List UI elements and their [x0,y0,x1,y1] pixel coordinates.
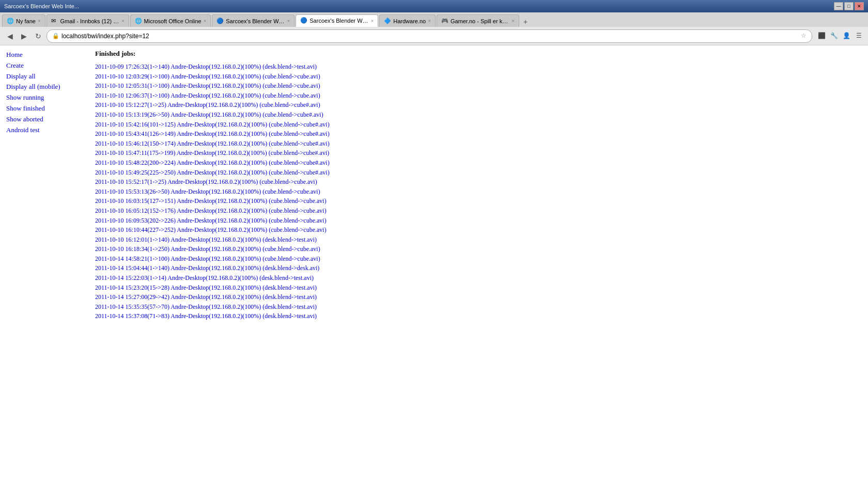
minimize-button[interactable]: — [834,2,843,10]
sidebar-link-display-all[interactable]: Display all [6,71,89,82]
tab-label: Gamer.no - Spill er kultur [451,18,509,24]
job-link-4[interactable]: 2011-10-10 15:12:27(1->25) Andre-Desktop… [95,100,862,110]
window-title-label: Sarcoex's Blender Web Inte... [4,3,79,9]
stop-icon[interactable]: ⬛ [816,31,827,41]
tab-tab2[interactable]: ✉Gmail - Innboks (12) - and...× [47,14,129,27]
page-content: HomeCreateDisplay allDisplay all (mobile… [0,45,868,502]
address-bar-icons: ☆ [801,32,807,40]
user-icon[interactable]: 👤 [841,31,851,41]
forward-button[interactable]: ▶ [18,31,30,41]
maximize-button[interactable]: □ [844,2,854,10]
tab-close-icon[interactable]: × [121,18,125,24]
tab-favicon: 🌐 [135,18,142,25]
job-link-19[interactable]: 2011-10-10 16:18:34(1->250) Andre-Deskto… [95,244,862,254]
job-link-15[interactable]: 2011-10-10 16:05:12(152->176) Andre-Desk… [95,206,862,216]
main-content: Finished jobs: 2011-10-09 17:26:32(1->14… [89,50,862,498]
lock-icon: 🔒 [52,33,59,39]
tab-tab7[interactable]: 🎮Gamer.no - Spill er kultur× [437,14,519,27]
job-link-8[interactable]: 2011-10-10 15:46:12(150->174) Andre-Desk… [95,139,862,149]
job-link-11[interactable]: 2011-10-10 15:49:25(225->250) Andre-Desk… [95,168,862,178]
tab-label: Sarcoex's Blender Web Inte... [309,18,368,24]
tab-tab6[interactable]: 🔷Hardware.no× [379,14,436,27]
job-link-9[interactable]: 2011-10-10 15:47:11(175->199) Andre-Desk… [95,148,862,158]
sidebar-link-create[interactable]: Create [6,60,89,71]
window-title-bar: Sarcoex's Blender Web Inte... — □ ✕ [0,0,868,12]
job-link-21[interactable]: 2011-10-14 15:04:44(1->140) Andre-Deskto… [95,263,862,273]
tab-close-icon[interactable]: × [287,18,290,24]
job-link-17[interactable]: 2011-10-10 16:10:44(227->252) Andre-Desk… [95,225,862,235]
job-link-14[interactable]: 2011-10-10 16:03:15(127->151) Andre-Desk… [95,196,862,206]
reload-button[interactable]: ↻ [32,31,44,41]
job-link-1[interactable]: 2011-10-10 12:03:29(1->100) Andre-Deskto… [95,72,862,82]
star-icon[interactable]: ☆ [801,32,807,40]
tab-label: Ny fane [16,18,36,24]
address-bar: 🔒 ☆ [47,29,812,43]
job-link-6[interactable]: 2011-10-10 15:42:16(101->125) Andre-Desk… [95,120,862,130]
sidebar-link-show-aborted[interactable]: Show aborted [6,114,89,125]
job-link-20[interactable]: 2011-10-14 14:58:21(1->100) Andre-Deskto… [95,254,862,264]
tab-favicon: 🎮 [441,18,448,25]
job-link-12[interactable]: 2011-10-10 15:52:17(1->25) Andre-Desktop… [95,177,862,187]
sidebar-link-android-test[interactable]: Android test [6,125,89,136]
window-controls: — □ ✕ [834,2,864,10]
job-link-23[interactable]: 2011-10-14 15:23:20(15->28) Andre-Deskto… [95,283,862,293]
job-link-26[interactable]: 2011-10-14 15:37:08(71->83) Andre-Deskto… [95,311,862,321]
tab-favicon: 🔵 [216,18,224,25]
job-link-22[interactable]: 2011-10-14 15:22:03(1->14) Andre-Desktop… [95,273,862,283]
tab-close-icon[interactable]: × [428,18,431,24]
sidebar: HomeCreateDisplay allDisplay all (mobile… [6,50,89,498]
sidebar-link-show-finished[interactable]: Show finished [6,103,89,114]
tab-favicon: ✉ [51,18,58,25]
tab-tab5[interactable]: 🔵Sarcoex's Blender Web Inte...× [296,14,378,27]
tab-tab1[interactable]: 🌐Ny fane× [2,14,45,27]
tab-tab3[interactable]: 🌐Microsoft Office Online× [130,14,211,27]
job-link-0[interactable]: 2011-10-09 17:26:32(1->140) Andre-Deskto… [95,62,862,72]
job-link-2[interactable]: 2011-10-10 12:05:31(1->100) Andre-Deskto… [95,81,862,91]
job-link-18[interactable]: 2011-10-10 16:12:01(1->140) Andre-Deskto… [95,235,862,245]
job-link-5[interactable]: 2011-10-10 15:13:19(26->50) Andre-Deskto… [95,110,862,120]
new-tab-button[interactable]: + [520,17,531,27]
tab-tab4[interactable]: 🔵Sarcoex's Blender Web Inte...× [212,14,295,27]
job-link-24[interactable]: 2011-10-14 15:27:00(29->42) Andre-Deskto… [95,292,862,302]
tab-favicon: 🔷 [384,18,391,25]
tab-close-icon[interactable]: × [512,18,515,24]
jobs-list: 2011-10-09 17:26:32(1->140) Andre-Deskto… [95,62,862,321]
tab-favicon: 🔵 [300,17,307,24]
sidebar-link-display-all-mobile[interactable]: Display all (mobile) [6,82,89,92]
tabs-bar: 🌐Ny fane×✉Gmail - Innboks (12) - and...×… [0,12,868,27]
tab-label: Gmail - Innboks (12) - and... [60,18,119,24]
tab-close-icon[interactable]: × [204,18,207,24]
close-button[interactable]: ✕ [855,2,864,10]
tab-favicon: 🌐 [7,18,14,25]
tools-icon[interactable]: 🔧 [829,31,839,41]
tab-label: Hardware.no [393,18,426,24]
job-link-13[interactable]: 2011-10-10 15:53:13(26->50) Andre-Deskto… [95,187,862,197]
job-link-7[interactable]: 2011-10-10 15:43:41(126->149) Andre-Desk… [95,129,862,139]
job-link-3[interactable]: 2011-10-10 12:06:37(1->100) Andre-Deskto… [95,91,862,101]
job-link-16[interactable]: 2011-10-10 16:09:53(202->226) Andre-Desk… [95,216,862,226]
tab-close-icon[interactable]: × [371,18,374,24]
tab-close-icon[interactable]: × [38,18,41,24]
menu-icon[interactable]: ☰ [854,31,864,41]
back-button[interactable]: ◀ [4,31,16,41]
navigation-bar: ◀ ▶ ↻ 🔒 ☆ ⬛ 🔧 👤 ☰ [0,27,868,45]
tab-label: Sarcoex's Blender Web Inte... [226,18,285,24]
tab-label: Microsoft Office Online [144,18,202,24]
job-link-25[interactable]: 2011-10-14 15:35:35(57->70) Andre-Deskto… [95,302,862,312]
nav-action-icons: ⬛ 🔧 👤 ☰ [816,31,864,41]
sidebar-link-show-running[interactable]: Show running [6,92,89,103]
sidebar-link-home[interactable]: Home [6,50,89,60]
url-input[interactable] [61,33,797,40]
page-heading: Finished jobs: [95,50,862,58]
job-link-10[interactable]: 2011-10-10 15:48:22(200->224) Andre-Desk… [95,158,862,168]
